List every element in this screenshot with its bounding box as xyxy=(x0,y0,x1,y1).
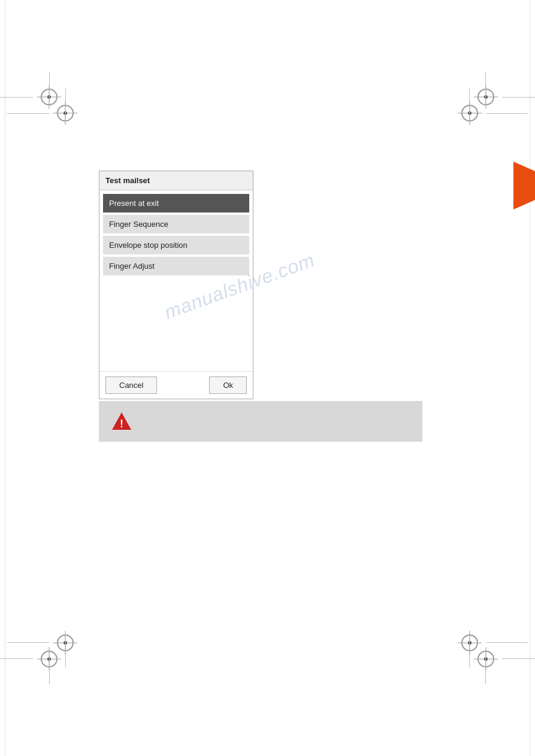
menu-item-envelope-stop-position[interactable]: Envelope stop position xyxy=(103,236,249,254)
trim-line xyxy=(502,658,535,659)
orange-tab xyxy=(513,162,535,210)
trim-line xyxy=(485,651,486,684)
trim-line xyxy=(485,72,486,105)
trim-line xyxy=(486,113,528,114)
trim-line xyxy=(7,642,49,643)
reg-mark-br-inner xyxy=(461,634,478,651)
trim-line xyxy=(65,634,66,667)
trim-line xyxy=(49,651,50,684)
dialog-title: Test mailset xyxy=(99,171,253,190)
menu-item-present-at-exit[interactable]: Present at exit xyxy=(103,194,249,212)
reg-mark-br-outer xyxy=(477,651,494,667)
trim-line xyxy=(65,89,66,122)
trim-line xyxy=(469,89,470,122)
menu-item-finger-sequence[interactable]: Finger Sequence xyxy=(103,215,249,233)
trim-line xyxy=(502,97,535,98)
cancel-button[interactable]: Cancel xyxy=(105,377,157,394)
ok-button[interactable]: Ok xyxy=(209,377,247,394)
warning-icon: ! xyxy=(111,411,132,432)
dialog-body: Present at exit Finger Sequence Envelope… xyxy=(99,190,253,365)
trim-line xyxy=(486,642,528,643)
dialog-footer: Cancel Ok xyxy=(99,371,253,399)
menu-item-finger-adjust[interactable]: Finger Adjust xyxy=(103,257,249,275)
warning-banner: ! xyxy=(99,401,422,442)
test-mailset-dialog: Test mailset Present at exit Finger Sequ… xyxy=(99,171,253,399)
dialog-empty-space xyxy=(103,278,249,362)
trim-line xyxy=(469,634,470,667)
trim-line xyxy=(0,97,33,98)
reg-mark-tr-outer xyxy=(477,89,494,105)
trim-line xyxy=(7,113,49,114)
reg-mark-tr-inner xyxy=(461,105,478,122)
trim-line xyxy=(49,72,50,105)
left-border-line xyxy=(5,0,5,756)
right-border-line xyxy=(530,0,530,756)
svg-text:!: ! xyxy=(120,418,123,430)
trim-line xyxy=(0,658,33,659)
